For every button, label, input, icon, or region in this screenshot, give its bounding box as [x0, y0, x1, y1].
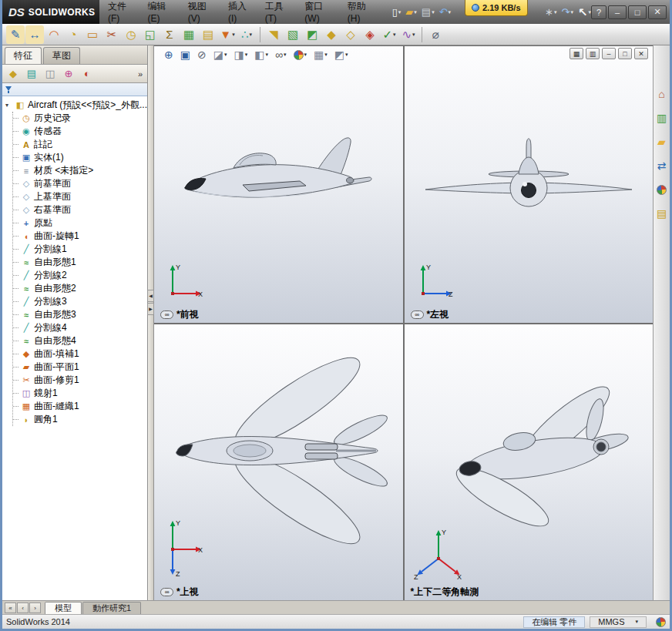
sketch-check-icon[interactable]: ✓▾ [380, 25, 398, 44]
tree-item[interactable]: ◷历史记录 [13, 112, 147, 125]
tree-item[interactable]: +原點 [13, 216, 147, 230]
help-button[interactable]: ? [591, 5, 606, 19]
three-d-curve-icon[interactable]: ◠ [45, 25, 63, 44]
tab-next-button[interactable]: › [29, 602, 41, 613]
tree-item[interactable]: ╱分割線3 [13, 295, 147, 308]
display-style-icon-caret[interactable]: ▾ [265, 52, 268, 58]
filled-surface-icon[interactable]: ◆ [322, 25, 341, 44]
delete-face-icon[interactable]: ◈ [361, 25, 379, 44]
measure-tool-icon[interactable]: ⌀ [426, 25, 445, 44]
display-style-icon[interactable]: ◧▾ [252, 48, 270, 62]
manager-tabs-overflow[interactable]: » [138, 69, 144, 79]
dimxpertmanager-tab[interactable]: ⊕ [61, 66, 76, 82]
tree-item[interactable]: ≈自由形態2 [13, 282, 147, 295]
selection-filter-icon-caret[interactable]: ▾ [232, 32, 235, 38]
collapse-panel-button[interactable]: ◀ [147, 290, 154, 302]
tree-item[interactable]: ✂曲面-修剪1 [13, 374, 147, 387]
reorder-icon[interactable]: ◔ [64, 25, 82, 44]
doc-close-button[interactable]: ✕ [634, 48, 648, 59]
options-gear-icon[interactable]: ∗▾ [543, 6, 558, 18]
trim-entities-icon[interactable]: ✂ [102, 25, 121, 44]
menu-edit[interactable]: 编辑(E) [143, 0, 183, 24]
appearances-tab[interactable] [655, 183, 669, 196]
hide-show-items-icon[interactable]: ∞▾ [273, 48, 289, 62]
featuremanager-tab[interactable]: ◆ [5, 66, 21, 82]
history-bar-icon[interactable]: ◷ [122, 25, 140, 44]
status-sphere-icon[interactable] [656, 617, 666, 627]
custom-properties-tab[interactable]: ▤ [655, 206, 669, 220]
tree-item[interactable]: ◖曲面-旋轉1 [13, 230, 147, 243]
file-explorer-tab[interactable]: ⇄ [655, 159, 669, 173]
home-tab[interactable]: ⌂ [655, 87, 669, 101]
tree-item[interactable]: ▰曲面-平面1 [13, 361, 147, 374]
undo-icon[interactable]: ↶▾ [438, 6, 452, 18]
view-settings-icon-caret[interactable]: ▾ [345, 52, 348, 58]
menu-window[interactable]: 窗口(W) [299, 0, 341, 24]
menu-file[interactable]: 文件(F) [102, 0, 143, 24]
view-orientation-icon[interactable]: ◨▾ [232, 48, 250, 62]
units-caret-icon[interactable]: ▾ [635, 619, 638, 625]
filter-funnel-icon[interactable] [5, 86, 12, 93]
status-units-selector[interactable]: MMGS ▾ [590, 616, 647, 628]
redo-icon-caret[interactable]: ▾ [570, 9, 573, 15]
tree-item[interactable]: ◇上基準面 [13, 190, 147, 203]
save-document-icon[interactable]: ▤▾ [420, 6, 436, 18]
displaymanager-tab[interactable]: ◐ [79, 66, 95, 82]
viewport-front[interactable]: ∞*前視YX [154, 46, 402, 323]
tree-item[interactable]: A註記 [13, 138, 147, 151]
menu-view[interactable]: 视图(V) [183, 0, 223, 24]
close-button[interactable]: ✕ [648, 5, 667, 19]
rectangle-tool-icon[interactable]: ▭ [83, 25, 102, 44]
hide-show-items-icon-caret[interactable]: ▾ [284, 52, 287, 58]
edit-appearance-icon[interactable]: ▾ [291, 49, 310, 62]
knit-surface-icon[interactable]: ◩ [303, 25, 321, 44]
offset-surface-icon[interactable]: ◇ [341, 25, 360, 44]
filter-bar[interactable] [2, 83, 147, 96]
tree-item[interactable]: ▦曲面-縫織1 [13, 400, 147, 413]
viewport-top[interactable]: ∞*上視YXZ [154, 324, 402, 601]
tree-item[interactable]: ╱分割線1 [13, 243, 147, 256]
view-orientation-icon-caret[interactable]: ▾ [245, 52, 248, 58]
pattern-icon-caret[interactable]: ▾ [250, 32, 253, 38]
tree-item[interactable]: ≈自由形態3 [13, 308, 147, 321]
panel-splitter[interactable]: ◀ ▶ [148, 45, 154, 600]
edit-sketch-icon[interactable]: ✎ [6, 25, 25, 44]
viewport-layout-button[interactable]: ▦ [570, 48, 583, 59]
section-view-icon-caret[interactable]: ▾ [224, 52, 227, 58]
menu-insert[interactable]: 插入(I) [223, 0, 260, 24]
apply-scene-icon[interactable]: ▦▾ [311, 48, 330, 62]
tree-item[interactable]: ≡材质 <未指定> [13, 164, 147, 177]
tree-item[interactable]: ◉传感器 [13, 125, 147, 138]
tree-item[interactable]: ≈自由形態1 [13, 256, 147, 269]
tree-item[interactable]: ◫鏡射1 [13, 387, 147, 400]
tree-item[interactable]: ╱分割線4 [13, 321, 147, 334]
sketch-check-icon-caret[interactable]: ▾ [393, 32, 396, 38]
section-view-icon[interactable]: ◪▾ [211, 48, 230, 62]
open-document-icon[interactable]: ▰▾ [404, 6, 418, 18]
doc-restore-button[interactable]: □ [618, 48, 632, 59]
tree-item[interactable]: ◇前基準面 [13, 177, 147, 190]
select-tool[interactable]: ↖▾ [578, 0, 591, 24]
configurationmanager-tab[interactable]: ◫ [42, 66, 58, 82]
tree-item[interactable]: ◇右基準面 [13, 203, 147, 216]
open-document-icon-caret[interactable]: ▾ [414, 9, 417, 15]
redo-icon[interactable]: ↷▾ [559, 6, 574, 18]
undo-icon-caret[interactable]: ▾ [449, 9, 452, 15]
options-gear-icon-caret[interactable]: ▾ [554, 9, 557, 15]
tree-item[interactable]: ◗圓角1 [13, 413, 147, 426]
view-settings-icon[interactable]: ◩▾ [332, 48, 351, 62]
zoom-to-fit-icon[interactable]: ⊕ [162, 48, 176, 62]
design-table-icon[interactable]: ▦ [180, 25, 198, 44]
apply-scene-icon-caret[interactable]: ▾ [324, 52, 328, 58]
panel-tab-features[interactable]: 特征 [5, 47, 42, 64]
zoom-to-area-icon[interactable]: ▣ [178, 48, 193, 62]
tab-first-button[interactable]: « [5, 602, 16, 613]
pattern-icon[interactable]: ∴▾ [237, 25, 256, 44]
equations-icon[interactable]: Σ [160, 25, 179, 44]
spline-tools-icon[interactable]: ∿▾ [399, 25, 418, 44]
panel-tab-sketch[interactable]: 草图 [43, 47, 80, 64]
tab-model[interactable]: 模型 [45, 602, 82, 614]
viewport-iso[interactable]: *上下二等角軸測YXZ [405, 324, 653, 601]
tree-item[interactable]: ╱分割線2 [13, 269, 147, 282]
maximize-button[interactable]: □ [628, 5, 647, 19]
